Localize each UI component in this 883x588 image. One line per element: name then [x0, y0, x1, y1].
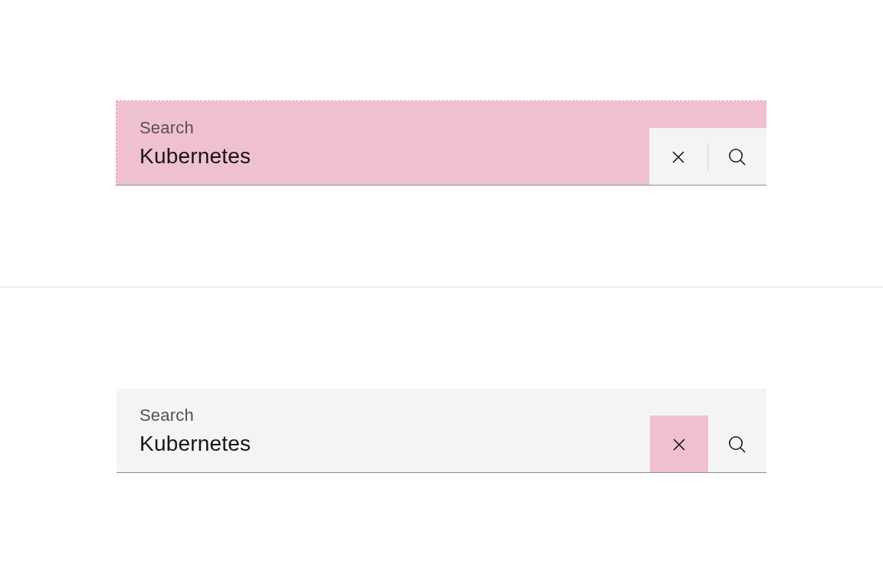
search-input[interactable] — [140, 432, 627, 456]
search-bar: Search — [117, 101, 766, 186]
search-input[interactable] — [140, 144, 626, 169]
svg-point-1 — [730, 436, 742, 448]
search-label: Search — [140, 118, 626, 138]
search-actions — [650, 416, 766, 473]
search-label: Search — [140, 406, 627, 425]
search-bar: Search — [117, 389, 766, 473]
svg-point-0 — [730, 149, 742, 161]
close-icon — [671, 437, 687, 452]
search-icon — [727, 147, 747, 167]
example-row-2: Search — [0, 287, 883, 574]
clear-button[interactable] — [650, 416, 708, 473]
search-icon — [727, 435, 747, 455]
clear-button[interactable] — [649, 128, 707, 186]
underline-rule — [117, 472, 766, 473]
underline-rule — [117, 185, 766, 186]
search-actions — [649, 128, 766, 186]
close-icon — [671, 149, 686, 165]
example-row-1: Search — [0, 0, 883, 287]
search-button[interactable] — [708, 416, 766, 473]
search-field-area[interactable]: Search — [117, 389, 650, 473]
search-button[interactable] — [708, 128, 766, 186]
search-field-area[interactable]: Search — [117, 101, 649, 186]
